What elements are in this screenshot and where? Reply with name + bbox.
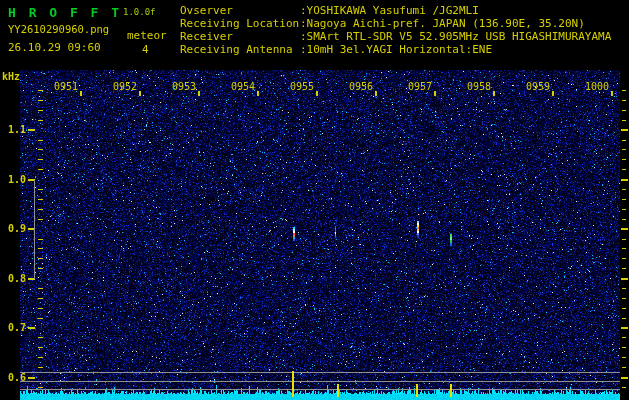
time-tick-label: 0952 <box>107 81 137 92</box>
freq-minor-tick <box>38 288 43 289</box>
freq-minor-tick-right <box>622 100 626 101</box>
time-tick <box>493 91 495 96</box>
meteor-echo-pixel <box>293 239 295 241</box>
freq-minor-tick-right <box>622 357 626 358</box>
freq-minor-tick <box>38 209 43 210</box>
observer-info: Ovserver :YOSHIKAWA Yasufumi /JG2MLI Rec… <box>180 4 611 56</box>
freq-major-tick <box>28 327 35 329</box>
freq-minor-tick-right <box>622 209 626 210</box>
info-label: Receiving Antenna <box>180 43 300 56</box>
freq-minor-tick <box>38 140 43 141</box>
freq-minor-tick-right <box>622 288 626 289</box>
freq-minor-tick <box>38 367 43 368</box>
freq-minor-tick-right <box>622 268 626 269</box>
info-row-antenna: Receiving Antenna :10mH 3el.YAGI Horizon… <box>180 43 611 56</box>
meteor-count: 4 <box>142 43 149 56</box>
info-label: Ovserver <box>180 4 300 17</box>
freq-minor-tick <box>38 337 43 338</box>
freq-major-tick-right <box>621 278 628 280</box>
freq-minor-tick <box>38 100 43 101</box>
meteor-marker <box>292 371 294 397</box>
time-tick <box>139 91 141 96</box>
freq-minor-tick <box>38 120 43 121</box>
freq-minor-tick <box>38 387 43 388</box>
time-tick <box>198 91 200 96</box>
meteor-echo-pixel <box>450 243 452 246</box>
freq-minor-tick-right <box>622 199 626 200</box>
freq-minor-tick <box>38 357 43 358</box>
timestamp: 26.10.29 09:60 <box>8 41 101 54</box>
freq-minor-tick <box>38 90 43 91</box>
meteor-echo <box>293 227 295 241</box>
meteor-echo <box>450 234 452 246</box>
freq-minor-tick-right <box>622 298 626 299</box>
time-tick-label: 0956 <box>343 81 373 92</box>
freq-major-tick-right <box>621 179 628 181</box>
freq-minor-tick <box>38 199 43 200</box>
freq-minor-tick-right <box>622 387 626 388</box>
time-tick-label: 0953 <box>166 81 196 92</box>
time-tick-label: 0951 <box>48 81 78 92</box>
freq-minor-tick-right <box>622 318 626 319</box>
reference-line-vertical <box>34 180 35 279</box>
freq-minor-tick-right <box>622 239 626 240</box>
output-filename: YY2610290960.png <box>8 23 109 35</box>
freq-minor-tick-right <box>622 120 626 121</box>
freq-tick-label: 0.7 <box>0 322 26 333</box>
mode-label: meteor <box>127 29 167 42</box>
time-tick <box>375 91 377 96</box>
freq-minor-tick <box>38 189 43 190</box>
freq-minor-tick-right <box>622 347 626 348</box>
time-tick <box>434 91 436 96</box>
time-tick-label: 0957 <box>402 81 432 92</box>
time-tick <box>257 91 259 96</box>
info-label: Receiving Location <box>180 17 300 30</box>
time-tick-label: 0954 <box>225 81 255 92</box>
freq-minor-tick-right <box>622 367 626 368</box>
time-tick-label: 1000 <box>579 81 609 92</box>
time-tick <box>552 91 554 96</box>
freq-major-tick-right <box>621 228 628 230</box>
freq-minor-tick <box>38 159 43 160</box>
reference-line-horizontal <box>20 381 620 382</box>
time-tick-label: 0958 <box>461 81 491 92</box>
info-value: :SMArt RTL-SDR V5 52.905MHz USB HIGASHIM… <box>300 30 611 43</box>
freq-minor-tick <box>38 318 43 319</box>
frequency-unit-label: kHz <box>2 71 20 82</box>
freq-minor-tick <box>38 248 43 249</box>
hrofft-window: 1.11.00.90.80.70.60951095209530954095509… <box>0 0 629 400</box>
freq-minor-tick <box>38 298 43 299</box>
info-value: :10mH 3el.YAGI Horizontal:ENE <box>300 43 492 56</box>
info-label: Receiver <box>180 30 300 43</box>
freq-minor-tick-right <box>622 258 626 259</box>
freq-minor-tick <box>38 268 43 269</box>
freq-minor-tick-right <box>622 149 626 150</box>
meteor-echo-pixel <box>335 236 336 238</box>
meteor-echo <box>417 221 419 237</box>
freq-minor-tick <box>38 149 43 150</box>
freq-minor-tick <box>38 219 43 220</box>
freq-tick-label: 0.9 <box>0 223 26 234</box>
freq-minor-tick-right <box>622 90 626 91</box>
freq-major-tick <box>28 129 35 131</box>
freq-minor-tick <box>38 347 43 348</box>
freq-major-tick-right <box>621 377 628 379</box>
time-tick-label: 0959 <box>520 81 550 92</box>
freq-major-tick-right <box>621 129 628 131</box>
spectrogram-overlay: 1.11.00.90.80.70.60951095209530954095509… <box>0 0 629 400</box>
info-row-observer: Ovserver :YOSHIKAWA Yasufumi /JG2MLI <box>180 4 611 17</box>
info-value: :YOSHIKAWA Yasufumi /JG2MLI <box>300 4 479 17</box>
freq-minor-tick-right <box>622 169 626 170</box>
freq-minor-tick-right <box>622 219 626 220</box>
time-tick <box>316 91 318 96</box>
meteor-marker <box>337 384 339 397</box>
freq-minor-tick-right <box>622 308 626 309</box>
freq-minor-tick-right <box>622 337 626 338</box>
info-row-receiver: Receiver :SMArt RTL-SDR V5 52.905MHz USB… <box>180 30 611 43</box>
time-tick <box>611 91 613 96</box>
freq-minor-tick <box>38 258 43 259</box>
reference-line-horizontal <box>20 389 620 390</box>
freq-tick-label: 1.1 <box>0 124 26 135</box>
time-tick-label: 0955 <box>284 81 314 92</box>
freq-minor-tick <box>38 239 43 240</box>
